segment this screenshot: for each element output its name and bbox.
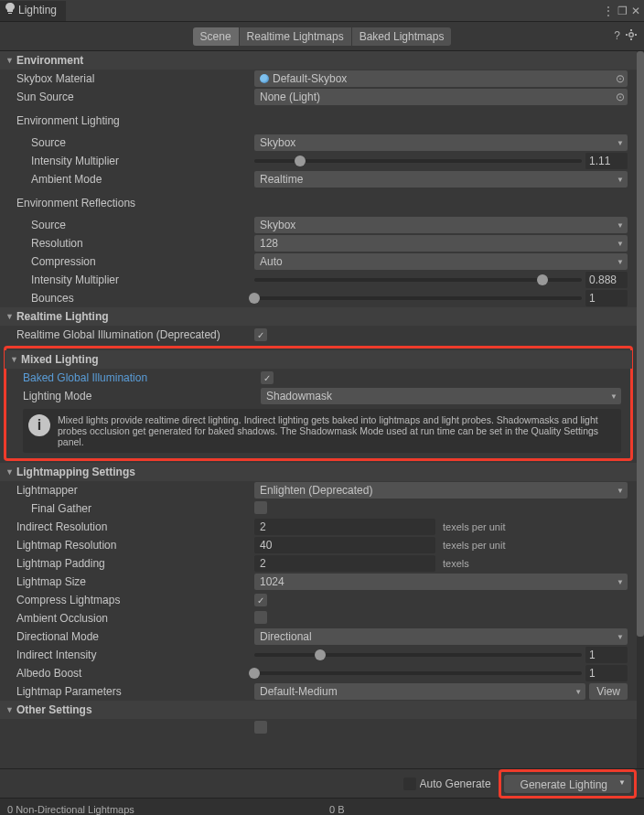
albedo-boost-slider[interactable]	[254, 671, 582, 675]
auto-generate-checkbox[interactable]	[403, 777, 416, 790]
section-other[interactable]: ▼ Other Settings	[0, 701, 637, 719]
section-lightmapping-label: Lightmapping Settings	[16, 466, 135, 478]
chevron-down-icon: ▼	[574, 688, 582, 696]
lightmapper-value: Enlighten (Deprecated)	[260, 484, 372, 497]
status-lightmaps: 0 Non-Directional Lightmaps	[7, 804, 315, 815]
object-picker-icon[interactable]: ⊙	[616, 91, 625, 103]
help-icon[interactable]: ?	[614, 29, 620, 43]
scrollbar[interactable]	[637, 51, 644, 768]
generate-highlight: Generate Lighting ▼	[499, 769, 637, 799]
padding-input[interactable]	[254, 555, 435, 572]
ao-label: Ambient Occlusion	[0, 612, 254, 625]
intensity-slider[interactable]	[254, 159, 582, 163]
indirect-res-input[interactable]	[254, 519, 435, 535]
params-value: Default-Medium	[260, 685, 338, 698]
gear-icon[interactable]	[626, 29, 637, 43]
dir-mode-value: Directional	[260, 630, 312, 643]
compress-checkbox[interactable]: ✓	[254, 594, 267, 606]
scrollbar-thumb[interactable]	[637, 51, 644, 637]
close-icon[interactable]: ✕	[631, 5, 640, 17]
lightmap-size-label: Lightmap Size	[0, 575, 254, 588]
ambient-mode-value: Realtime	[260, 173, 303, 186]
skybox-material-field[interactable]: Default-Skybox ⊙	[254, 70, 628, 87]
lightmap-res-input[interactable]	[254, 537, 435, 553]
sun-source-value: None (Light)	[260, 91, 320, 103]
tab-scene[interactable]: Scene	[193, 27, 240, 46]
env-source-dropdown[interactable]: Skybox▼	[254, 134, 628, 151]
lighting-mode-label: Lighting Mode	[6, 390, 261, 402]
bgi-checkbox[interactable]: ✓	[261, 371, 274, 384]
title-bar: Lighting ⋮ ❐ ✕	[0, 0, 644, 22]
chevron-down-icon: ▼	[617, 487, 624, 495]
section-mixed-label: Mixed Lighting	[21, 353, 99, 366]
section-realtime-label: Realtime Lighting	[16, 310, 109, 323]
resolution-label: Resolution	[0, 237, 254, 250]
tab-baked-lightmaps[interactable]: Baked Lightmaps	[352, 27, 452, 46]
mixed-lighting-highlight: ▼ Mixed Lighting Baked Global Illuminati…	[4, 346, 633, 461]
resolution-value: 128	[260, 237, 278, 250]
chevron-down-icon: ▼	[610, 392, 617, 401]
section-realtime[interactable]: ▼ Realtime Lighting	[0, 307, 637, 326]
params-dropdown[interactable]: Default-Medium▼	[254, 683, 585, 700]
lightmap-res-label: Lightmap Resolution	[0, 539, 254, 552]
menu-icon[interactable]: ⋮	[603, 5, 614, 17]
env-refl-header: Environment Reflections	[0, 194, 637, 212]
sun-source-label: Sun Source	[0, 91, 254, 103]
intensity-input[interactable]	[585, 153, 628, 169]
refl-source-dropdown[interactable]: Skybox▼	[254, 217, 628, 233]
info-icon: i	[28, 414, 50, 436]
fog-checkbox[interactable]	[254, 721, 267, 734]
ambient-mode-dropdown[interactable]: Realtime▼	[254, 171, 628, 188]
indirect-int-slider[interactable]	[254, 653, 582, 657]
maximize-icon[interactable]: ❐	[617, 5, 628, 17]
skybox-material-label: Skybox Material	[0, 72, 254, 85]
object-picker-icon[interactable]: ⊙	[616, 72, 625, 85]
dir-mode-dropdown[interactable]: Directional▼	[254, 628, 628, 645]
env-source-value: Skybox	[260, 136, 295, 149]
toolbar: Scene Realtime Lightmaps Baked Lightmaps…	[0, 22, 644, 51]
ao-checkbox[interactable]	[254, 611, 267, 624]
sun-source-field[interactable]: None (Light) ⊙	[254, 89, 628, 105]
section-lightmapping[interactable]: ▼ Lightmapping Settings	[0, 463, 637, 481]
chevron-down-icon: ▼	[617, 221, 624, 230]
lighting-mode-dropdown[interactable]: Shadowmask▼	[261, 388, 621, 404]
chevron-down-icon: ▼	[618, 778, 626, 787]
refl-intensity-slider[interactable]	[254, 278, 582, 282]
compression-label: Compression	[0, 255, 254, 268]
lightmapper-dropdown[interactable]: Enlighten (Deprecated)▼	[254, 482, 628, 499]
bounces-slider[interactable]	[254, 296, 582, 300]
lightmap-size-value: 1024	[260, 575, 284, 588]
bounces-input[interactable]	[585, 290, 628, 306]
compression-dropdown[interactable]: Auto▼	[254, 253, 628, 270]
padding-label: Lightmap Padding	[0, 557, 254, 570]
section-environment[interactable]: ▼ Environment	[0, 51, 637, 70]
rgi-label: Realtime Global Illumination (Deprecated…	[0, 328, 254, 341]
unit-texels: texels	[443, 558, 469, 569]
refl-intensity-label: Intensity Multiplier	[0, 273, 254, 286]
refl-intensity-input[interactable]	[585, 272, 628, 288]
window-title: Lighting	[18, 4, 57, 16]
generate-lighting-button[interactable]: Generate Lighting ▼	[504, 775, 631, 793]
generate-lighting-label: Generate Lighting	[521, 778, 607, 791]
auto-generate-label: Auto Generate	[420, 777, 491, 790]
compress-label: Compress Lightmaps	[0, 594, 254, 606]
indirect-int-label: Indirect Intensity	[0, 649, 254, 661]
chevron-down-icon: ▼	[617, 176, 624, 184]
chevron-down-icon: ▼	[617, 633, 624, 641]
bgi-label[interactable]: Baked Global Illumination	[6, 371, 261, 384]
window-tab[interactable]: Lighting	[0, 1, 66, 21]
rgi-checkbox[interactable]: ✓	[254, 328, 267, 341]
albedo-boost-label: Albedo Boost	[0, 667, 254, 680]
section-environment-label: Environment	[16, 54, 83, 67]
lightmapper-label: Lightmapper	[0, 484, 254, 497]
final-gather-checkbox[interactable]	[254, 501, 267, 514]
lightmap-size-dropdown[interactable]: 1024▼	[254, 574, 628, 590]
albedo-boost-input[interactable]	[585, 665, 628, 681]
tab-realtime-lightmaps[interactable]: Realtime Lightmaps	[240, 27, 352, 46]
indirect-int-input[interactable]	[585, 647, 628, 663]
chevron-down-icon: ▼	[5, 56, 14, 65]
lightbulb-icon	[5, 3, 15, 16]
view-button[interactable]: View	[589, 683, 628, 700]
section-mixed[interactable]: ▼ Mixed Lighting	[5, 350, 632, 369]
resolution-dropdown[interactable]: 128▼	[254, 235, 628, 252]
